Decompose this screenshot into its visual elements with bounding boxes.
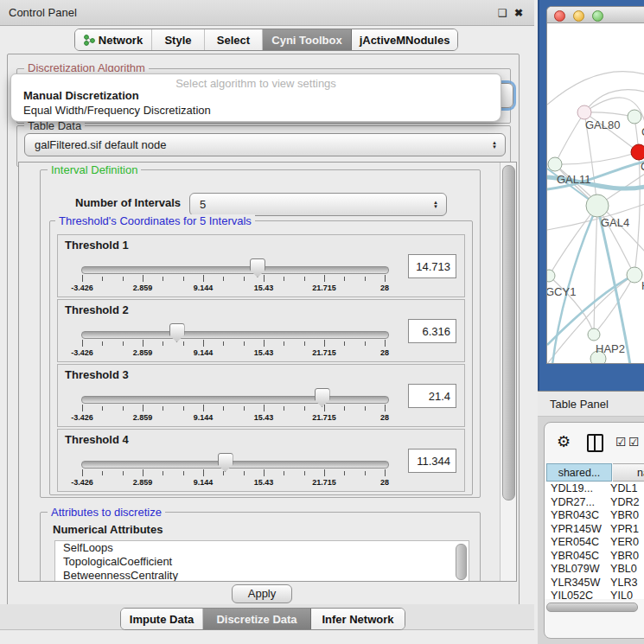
node-gal11[interactable] (548, 157, 562, 171)
cell-shared-name[interactable]: YBR045C (545, 550, 610, 564)
slider-tick (324, 469, 325, 476)
cell-name[interactable]: YBR0 (610, 550, 639, 564)
threshold-4-value-field[interactable]: 11.344 (408, 449, 456, 473)
table-row[interactable]: YIL052CYIL0 (545, 590, 644, 599)
slider-tick (385, 275, 386, 282)
apply-button[interactable]: Apply (232, 584, 292, 603)
threshold-2-value-field[interactable]: 6.316 (408, 319, 456, 343)
column-header-shared[interactable]: shared... (546, 463, 612, 481)
threshold-1-value-field[interactable]: 14.713 (408, 254, 456, 278)
node-gcy1[interactable] (547, 270, 555, 282)
tab-network[interactable]: Network (75, 29, 152, 50)
tab-cyni-toolbox[interactable]: Cyni Toolbox (263, 29, 352, 50)
threshold-2-slider-thumb[interactable] (169, 323, 185, 342)
cell-name[interactable]: YDL1 (610, 482, 638, 496)
settings-scrollbar-thumb[interactable] (502, 165, 515, 501)
cell-shared-name[interactable]: YPR145W (545, 523, 610, 537)
tab-impute-data[interactable]: Impute Data (121, 609, 203, 629)
threshold-1-label: Threshold 1 (65, 239, 129, 252)
zoom-traffic-light[interactable] (592, 10, 603, 22)
column-header-name[interactable]: na (613, 463, 644, 481)
slider-tick (223, 406, 224, 411)
node-g[interactable] (628, 110, 641, 124)
table-row[interactable]: YDR27...YDR2 (545, 496, 644, 510)
checkbox-icon[interactable]: ☑ (615, 435, 627, 449)
slider-tick-label: 9.144 (182, 284, 225, 292)
threshold-3-slider-thumb[interactable] (315, 388, 330, 407)
table-row[interactable]: YBR045CYBR0 (545, 550, 644, 564)
cell-shared-name[interactable]: YER054C (545, 536, 610, 550)
slider-tick (244, 471, 245, 475)
tab-jactivemnodules[interactable]: jActiveMNodules (352, 29, 457, 50)
split-columns-icon[interactable] (587, 434, 603, 452)
table-rows: YDL19...YDL1YDR27...YDR2YBR043CYBR0YPR14… (545, 482, 644, 599)
table-horizontal-scrollbar[interactable] (546, 603, 642, 611)
network-window-titlebar[interactable] (547, 7, 644, 23)
table-data-combobox[interactable]: galFiltered.sif default node ▲▼ (24, 133, 506, 156)
tab-style[interactable]: Style (152, 29, 205, 50)
slider-tick (324, 275, 325, 282)
node-gal4[interactable] (586, 194, 609, 217)
cell-shared-name[interactable]: YBL079W (545, 563, 610, 577)
cell-name[interactable]: YBL0 (610, 563, 637, 577)
slider-tick (123, 471, 124, 475)
algorithm-option-manual[interactable]: Manual Discretization (14, 89, 139, 102)
table-row[interactable]: YBR043CYBR0 (545, 509, 644, 523)
threshold-2-slider-track[interactable] (81, 331, 389, 339)
algorithm-dropdown-popup: Select algorithm to view settings Manual… (10, 73, 501, 122)
close-traffic-light[interactable] (554, 10, 565, 22)
table-row[interactable]: YPR145WYPR1 (545, 523, 644, 537)
table-panel-title: Table Panel (550, 398, 609, 411)
cell-name[interactable]: YBR0 (610, 509, 639, 523)
slider-tick-label: 2.859 (121, 348, 164, 357)
tab-discretize-data[interactable]: Discretize Data (203, 609, 311, 629)
slider-tick (123, 341, 124, 346)
close-window-icon[interactable]: ✖ (514, 7, 523, 19)
node-h[interactable] (627, 267, 642, 283)
node-red-selected[interactable] (631, 144, 644, 160)
float-window-icon[interactable]: ❑ (498, 7, 507, 19)
threshold-1-slider-track[interactable] (81, 266, 389, 274)
table-row[interactable]: YBL079WYBL0 (545, 563, 644, 577)
cell-shared-name[interactable]: YDL19... (545, 482, 610, 496)
tab-select[interactable]: Select (205, 29, 263, 50)
cell-name[interactable]: YDR2 (610, 496, 640, 510)
node-hap2[interactable] (588, 328, 600, 341)
slider-tick (183, 277, 184, 281)
slider-tick (365, 341, 366, 346)
cell-name[interactable]: YPR1 (610, 523, 639, 537)
checkbox-icon[interactable]: ☑ (628, 435, 640, 449)
node-gal80[interactable] (577, 105, 591, 119)
slider-tick (264, 340, 265, 347)
threshold-3-value-field[interactable]: 21.4 (408, 384, 456, 408)
attribute-list-item[interactable]: BetweennessCentrality (55, 569, 469, 582)
attribute-list-item[interactable]: TopologicalCoefficient (55, 555, 469, 569)
algorithm-option-equal-width[interactable]: Equal Width/Frequency Discretization (14, 104, 211, 117)
table-data-value: galFiltered.sif default node (25, 138, 492, 151)
cell-name[interactable]: YIL0 (610, 590, 633, 599)
cell-shared-name[interactable]: YBR043C (545, 509, 610, 523)
tab-infer-network[interactable]: Infer Network (311, 609, 405, 629)
slider-tick-label: -3.426 (61, 413, 104, 422)
list-scrollbar-thumb[interactable] (456, 544, 467, 580)
cell-shared-name[interactable]: YDR27... (545, 496, 610, 510)
cell-name[interactable]: YER0 (610, 536, 639, 550)
table-row[interactable]: YER054CYER0 (545, 536, 644, 550)
table-hscrollbar-thumb[interactable] (546, 603, 638, 612)
minimize-traffic-light[interactable] (573, 10, 584, 22)
attribute-list-item[interactable]: SelfLoops (55, 541, 469, 555)
threshold-4-slider-thumb[interactable] (218, 453, 233, 472)
table-row[interactable]: YDL19...YDL1 (545, 482, 644, 496)
threshold-3-slider-track[interactable] (81, 396, 389, 404)
cell-name[interactable]: YLR3 (610, 577, 638, 590)
slider-tick (223, 341, 224, 346)
cell-shared-name[interactable]: YLR345W (545, 577, 610, 590)
gear-icon[interactable]: ⚙ (557, 432, 571, 451)
number-of-intervals-combobox[interactable]: 5 ▲▼ (189, 193, 447, 216)
settings-vertical-scrollbar[interactable] (500, 163, 516, 581)
numerical-attributes-list[interactable]: SelfLoopsTopologicalCoefficientBetweenne… (54, 540, 469, 582)
threshold-4-slider-track[interactable] (81, 461, 389, 469)
cell-shared-name[interactable]: YIL052C (545, 590, 610, 599)
tab-network-label: Network (99, 34, 143, 47)
table-row[interactable]: YLR345WYLR3 (545, 577, 644, 590)
